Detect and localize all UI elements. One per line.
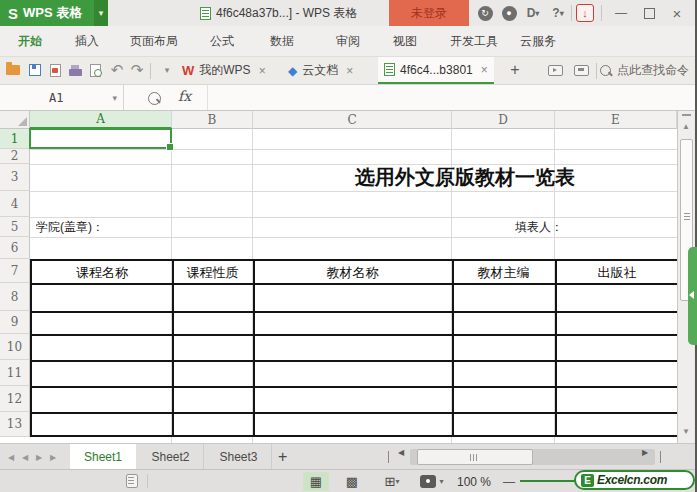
split-handle[interactable]: [660, 451, 661, 463]
row-header-12[interactable]: 12: [0, 386, 30, 412]
scroll-right-button[interactable]: ▶: [642, 448, 648, 457]
menu-insert[interactable]: 插入: [75, 26, 99, 56]
column-header-d[interactable]: D: [452, 111, 555, 129]
reading-mode-button[interactable]: ▾: [415, 472, 449, 491]
zoom-out-button[interactable]: —: [503, 470, 515, 492]
selected-cell-a1[interactable]: [29, 128, 172, 149]
last-sheet-button[interactable]: ▶: [50, 444, 56, 470]
close-icon[interactable]: ×: [346, 64, 353, 78]
row-header-3[interactable]: 3: [0, 164, 30, 191]
toolbar-customize-dropdown[interactable]: ▾: [158, 61, 176, 79]
view-normal-button[interactable]: ▦: [303, 472, 329, 491]
chevron-down-icon: ▾: [395, 477, 399, 486]
close-window-button[interactable]: ×: [664, 0, 690, 26]
print-preview-button[interactable]: [86, 61, 104, 79]
header-cell-textbook-name[interactable]: 教材名称: [253, 261, 452, 285]
header-cell-course-name[interactable]: 课程名称: [32, 261, 172, 285]
fill-handle[interactable]: [166, 143, 174, 151]
row-header-5[interactable]: 5: [0, 217, 30, 237]
header-cell-course-type[interactable]: 课程性质: [172, 261, 253, 285]
export-pdf-button[interactable]: [46, 61, 64, 79]
header-cell-textbook-editor[interactable]: 教材主编: [452, 261, 555, 285]
menu-page-layout[interactable]: 页面布局: [130, 26, 178, 56]
spreadsheet-grid: A B C D E 1 2 3 4 5 6 7 8 9 10 11 12 13 …: [0, 110, 694, 444]
college-seal-cell[interactable]: 学院(盖章)：: [36, 217, 104, 237]
scroll-down-button[interactable]: ▼: [680, 427, 692, 436]
row-header-7[interactable]: 7: [0, 259, 30, 283]
row-header-4[interactable]: 4: [0, 191, 30, 217]
split-handle[interactable]: [682, 114, 691, 116]
row-header-2[interactable]: 2: [0, 149, 30, 164]
formula-bar: A1 ▾ fx: [0, 85, 697, 111]
scroll-up-button[interactable]: ▲: [680, 122, 692, 131]
tab-cloud-docs[interactable]: ◆ 云文档 ×: [282, 57, 359, 84]
prev-sheet-button[interactable]: ◀: [22, 444, 28, 470]
tab-current-document[interactable]: 4f6c4...b3801 ×: [378, 57, 494, 84]
row-header-8[interactable]: 8: [0, 283, 30, 311]
side-panel-toggle[interactable]: [688, 247, 697, 345]
help-button[interactable]: ?▾: [547, 0, 569, 26]
header-cell-publisher[interactable]: 出版社: [555, 261, 679, 285]
row-header-13[interactable]: 13: [0, 412, 30, 437]
view-layout-button[interactable]: ⊞▾: [375, 472, 409, 491]
column-header-c[interactable]: C: [253, 111, 452, 129]
insert-function-search[interactable]: [148, 91, 161, 109]
row-header-6[interactable]: 6: [0, 237, 30, 259]
add-sheet-button[interactable]: +: [278, 444, 287, 470]
docer-button[interactable]: D▾: [521, 0, 545, 26]
tab-my-wps[interactable]: W 我的WPS ×: [176, 57, 272, 84]
menu-view[interactable]: 视图: [393, 26, 417, 56]
command-search[interactable]: 点此查找命令: [600, 57, 689, 84]
sheet-tab-sheet2[interactable]: Sheet2: [138, 444, 204, 470]
record-macro-icon[interactable]: [126, 474, 138, 488]
name-box[interactable]: A1 ▾: [0, 85, 124, 110]
arrange-panel-button[interactable]: [572, 61, 590, 79]
download-button[interactable]: ↓: [576, 4, 594, 22]
row-header-10[interactable]: 10: [0, 334, 30, 360]
sheet-tab-sheet1[interactable]: Sheet1: [70, 444, 136, 470]
row-header-9[interactable]: 9: [0, 311, 30, 334]
close-icon[interactable]: ×: [481, 63, 488, 77]
menu-formulas[interactable]: 公式: [210, 26, 234, 56]
minimize-button[interactable]: —: [608, 0, 634, 26]
app-menu-dropdown[interactable]: ▾: [94, 0, 108, 26]
magnifier-icon: [148, 92, 161, 105]
column-header-a[interactable]: A: [30, 111, 172, 129]
sheet-tab-sheet3[interactable]: Sheet3: [206, 444, 272, 470]
maximize-button[interactable]: [636, 0, 662, 26]
gridline: [30, 237, 677, 238]
open-file-button[interactable]: [4, 61, 22, 79]
split-handle[interactable]: [388, 451, 389, 463]
feedback-button[interactable]: ↻: [475, 0, 495, 26]
redo-button[interactable]: ↷: [128, 61, 146, 79]
close-icon[interactable]: ×: [259, 64, 266, 78]
login-button[interactable]: 未登录: [389, 0, 469, 26]
menu-review[interactable]: 审阅: [336, 26, 360, 56]
fx-button[interactable]: fx: [178, 88, 191, 104]
select-all-button[interactable]: [0, 111, 30, 129]
form-filler-cell[interactable]: 填表人：: [515, 217, 563, 237]
menu-home[interactable]: 开始: [18, 26, 42, 56]
menu-cloud[interactable]: 云服务: [520, 26, 556, 56]
save-button[interactable]: [26, 61, 44, 79]
row-header-1[interactable]: 1: [0, 129, 30, 149]
view-page-break-button[interactable]: ▩: [339, 472, 365, 491]
zoom-level[interactable]: 100 %: [457, 470, 491, 492]
first-sheet-button[interactable]: ◀: [8, 444, 14, 470]
menu-data[interactable]: 数据: [270, 26, 294, 56]
undo-button[interactable]: ↶: [108, 61, 126, 79]
app-logo[interactable]: S WPS 表格: [0, 0, 94, 26]
horizontal-scroll-thumb[interactable]: [417, 449, 533, 465]
play-panel-button[interactable]: [546, 61, 564, 79]
menu-developer[interactable]: 开发工具: [450, 26, 498, 56]
sheet-title-cell[interactable]: 选用外文原版教材一览表: [253, 164, 677, 191]
skin-button[interactable]: ●: [499, 0, 519, 26]
scroll-left-button[interactable]: ◀: [398, 448, 404, 457]
column-header-e[interactable]: E: [555, 111, 677, 129]
next-sheet-button[interactable]: ▶: [36, 444, 42, 470]
new-tab-button[interactable]: +: [506, 61, 524, 79]
column-header-b[interactable]: B: [172, 111, 253, 129]
print-button[interactable]: [66, 61, 84, 79]
formula-input[interactable]: [212, 85, 692, 110]
row-header-11[interactable]: 11: [0, 360, 30, 386]
